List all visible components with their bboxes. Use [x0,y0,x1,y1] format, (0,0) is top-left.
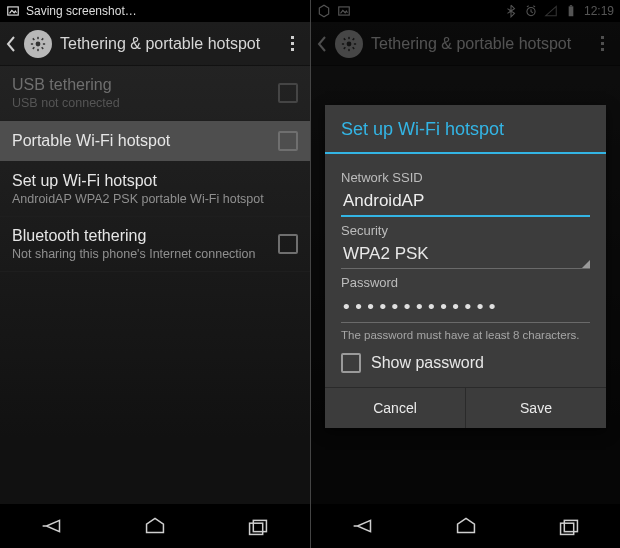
usb-tethering-item: USB tethering USB not connected [0,66,310,121]
phone-right: 12:19 Tethering & portable hotspot Set u… [310,0,620,548]
nav-recent-button[interactable] [240,512,276,540]
security-select[interactable]: WPA2 PSK [341,238,590,269]
item-subtitle: Not sharing this phone's Internet connec… [12,247,278,261]
cancel-button[interactable]: Cancel [325,388,465,428]
back-button[interactable] [6,35,24,53]
checkbox [278,83,298,103]
svg-rect-2 [37,36,39,38]
nav-back-button[interactable] [345,512,381,540]
statusbar: Saving screenshot… [0,0,310,22]
navbar [0,504,310,548]
dropdown-icon [582,260,590,268]
security-value: WPA2 PSK [343,244,588,264]
svg-rect-26 [560,523,573,534]
svg-rect-5 [43,43,45,45]
password-input[interactable] [341,290,590,323]
page-title: Tethering & portable hotspot [60,35,280,53]
checkbox[interactable] [278,234,298,254]
svg-point-1 [36,41,41,46]
item-title: Bluetooth tethering [12,227,278,245]
item-title: Set up Wi-Fi hotspot [12,172,298,190]
svg-rect-11 [250,523,263,534]
svg-rect-25 [564,520,577,531]
ssid-input[interactable] [341,185,590,217]
actionbar: Tethering & portable hotspot [0,22,310,66]
svg-rect-10 [254,520,267,531]
svg-rect-7 [41,46,44,49]
checkbox[interactable] [278,131,298,151]
svg-rect-6 [32,37,35,40]
svg-rect-9 [32,46,35,49]
ssid-label: Network SSID [341,170,590,185]
svg-rect-8 [41,37,44,40]
password-label: Password [341,275,590,290]
overflow-menu-button[interactable] [280,36,304,51]
show-password-label: Show password [371,354,484,372]
svg-rect-3 [37,48,39,50]
dialog-title: Set up Wi-Fi hotspot [325,105,606,152]
setup-hotspot-item[interactable]: Set up Wi-Fi hotspot AndroidAP WPA2 PSK … [0,162,310,217]
item-subtitle: USB not connected [12,96,278,110]
item-subtitle: AndroidAP WPA2 PSK portable Wi-Fi hotspo… [12,192,298,206]
item-title: Portable Wi-Fi hotspot [12,132,278,150]
nav-back-button[interactable] [34,512,70,540]
item-title: USB tethering [12,76,278,94]
svg-rect-4 [31,43,33,45]
save-button[interactable]: Save [465,388,606,428]
password-hint: The password must have at least 8 charac… [341,329,590,341]
nav-home-button[interactable] [137,512,173,540]
security-label: Security [341,223,590,238]
portable-hotspot-item[interactable]: Portable Wi-Fi hotspot [0,121,310,162]
image-icon [6,4,20,18]
nav-recent-button[interactable] [551,512,587,540]
nav-home-button[interactable] [448,512,484,540]
phone-left: Saving screenshot… Tethering & portable … [0,0,310,548]
navbar [311,504,620,548]
saving-text: Saving screenshot… [26,4,137,18]
show-password-checkbox[interactable] [341,353,361,373]
setup-hotspot-dialog: Set up Wi-Fi hotspot Network SSID Securi… [325,105,606,428]
settings-list: USB tethering USB not connected Portable… [0,66,310,272]
settings-app-icon [24,30,52,58]
bluetooth-tethering-item[interactable]: Bluetooth tethering Not sharing this pho… [0,217,310,272]
